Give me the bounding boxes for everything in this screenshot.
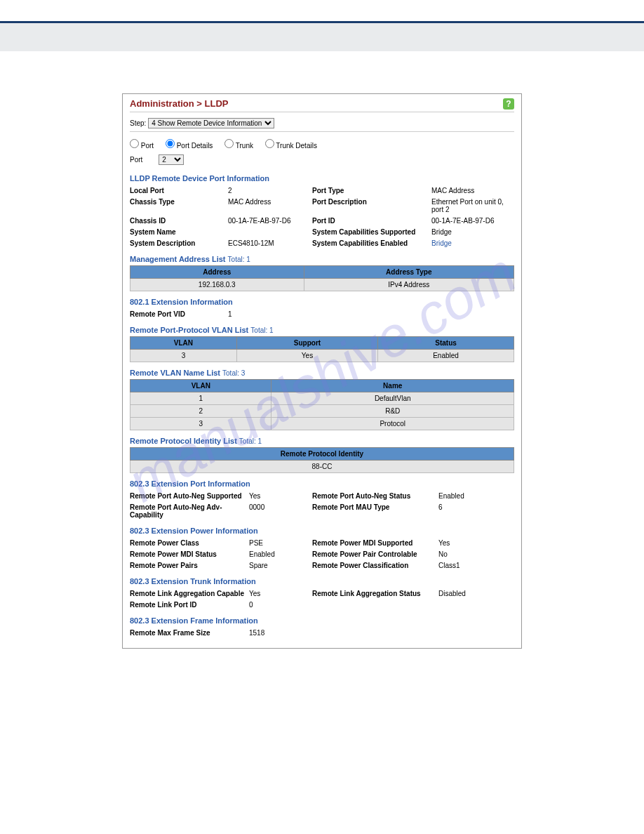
port-label: Port — [130, 156, 142, 164]
section-proto-id-title: Remote Protocol Identity List Total: 1 — [130, 433, 514, 447]
table-header: VLAN — [130, 380, 271, 392]
table-header: Address — [130, 266, 304, 279]
section-8023-power-title: 802.3 Extension Power Information — [130, 523, 514, 537]
field-label: Chassis ID — [130, 217, 228, 225]
help-icon[interactable]: ? — [503, 98, 514, 110]
field-value — [438, 601, 495, 609]
field-value: Yes — [249, 492, 312, 500]
remote-max-frame-value: 1518 — [249, 629, 312, 637]
table-header: Support — [236, 337, 377, 350]
mgmt-addr-table: AddressAddress Type192.168.0.3IPv4 Addre… — [130, 265, 514, 291]
port-select[interactable]: 2 — [159, 154, 184, 165]
section-port-proto-vlan-title: Remote Port-Protocol VLAN List Total: 1 — [130, 322, 514, 336]
radio-trunk[interactable]: Trunk — [224, 142, 253, 150]
remote-port-vid-label: Remote Port VID — [130, 310, 228, 318]
field-value: 0 — [249, 601, 312, 609]
field-value: Spare — [249, 562, 312, 569]
section-8023-frame-title: 802.3 Extension Frame Information — [130, 613, 514, 627]
table-cell: 192.168.0.3 — [130, 279, 304, 291]
field-label: Remote Port MAU Type — [312, 503, 438, 519]
radio-port-details[interactable]: Port Details — [166, 142, 213, 150]
field-label: Remote Link Aggregation Capable — [130, 590, 249, 597]
field-label: System Capabilities Supported — [312, 228, 431, 236]
step-label: Step: — [130, 119, 146, 127]
field-value: 0000 — [249, 503, 312, 519]
radio-port[interactable]: Port — [130, 142, 154, 150]
breadcrumb: Administration > LLDP ? — [130, 98, 514, 112]
port-row: Port 2 — [130, 152, 514, 171]
field-label: Chassis Type — [130, 198, 228, 213]
field-label: Remote Link Aggregation Status — [312, 590, 438, 597]
field-label: Remote Port Auto-Neg Adv-Capability — [130, 503, 249, 519]
field-label: System Name — [130, 228, 228, 236]
field-value: 2 — [228, 187, 312, 194]
breadcrumb-text: Administration > LLDP — [130, 98, 228, 109]
table-cell: R&D — [271, 405, 514, 418]
field-value: Enabled — [438, 492, 495, 500]
field-value: Yes — [438, 539, 495, 547]
table-cell: 3 — [130, 350, 237, 362]
field-label: Remote Power Pairs — [130, 562, 249, 569]
field-label: System Capabilities Enabled — [312, 239, 431, 247]
field-label: Remote Power Pair Controlable — [312, 550, 438, 558]
ext-8023-port-grid: Remote Port Auto-Neg SupportedYesRemote … — [130, 490, 514, 523]
table-row: 3Protocol — [130, 418, 514, 430]
section-vlan-name-title: Remote VLAN Name List Total: 3 — [130, 365, 514, 379]
field-value: Disabled — [438, 590, 495, 597]
table-cell: IPv4 Address — [304, 279, 514, 291]
field-value: 6 — [438, 503, 495, 519]
field-value: Class1 — [438, 562, 495, 569]
table-header: Address Type — [304, 266, 514, 279]
field-label: Remote Power MDI Status — [130, 550, 249, 558]
table-row: 3YesEnabled — [130, 350, 514, 362]
remote-max-frame-label: Remote Max Frame Size — [130, 629, 249, 637]
field-label: Remote Power Classification — [312, 562, 438, 569]
step-select[interactable]: 4 Show Remote Device Information — [148, 118, 274, 128]
table-header: Remote Protocol Identity — [130, 448, 514, 461]
table-cell: 88-CC — [130, 461, 514, 473]
table-cell: 3 — [130, 418, 271, 430]
remote-port-vid-value: 1 — [228, 310, 312, 318]
table-header: Status — [378, 337, 514, 350]
page-header-bar — [0, 23, 644, 51]
section-remote-port-title: LLDP Remote Device Port Information — [130, 171, 514, 185]
field-value: 00-1A-7E-AB-97-D6 — [228, 217, 312, 225]
field-label: Port ID — [312, 217, 431, 225]
view-radio-group: Port Port Details Trunk Trunk Details — [130, 136, 514, 152]
section-mgmt-addr-title: Management Address List Total: 1 — [130, 251, 514, 265]
port-proto-vlan-table: VLANSupportStatus3YesEnabled — [130, 336, 514, 362]
field-value: Bridge — [431, 228, 516, 236]
field-label: Local Port — [130, 187, 228, 194]
field-value: Ethernet Port on unit 0, port 2 — [431, 198, 516, 213]
ext-8023-trunk-grid: Remote Link Aggregation CapableYesRemote… — [130, 588, 514, 613]
table-cell: DefaultVlan — [271, 392, 514, 405]
section-8023-trunk-title: 802.3 Extension Trunk Information — [130, 574, 514, 588]
radio-trunk-details[interactable]: Trunk Details — [265, 142, 317, 150]
field-label: Remote Power MDI Supported — [312, 539, 438, 547]
table-cell: Yes — [236, 350, 377, 362]
vlan-name-table: VLANName1DefaultVlan2R&D3Protocol — [130, 379, 514, 430]
ext-8023-frame-grid: Remote Max Frame Size 1518 — [130, 627, 514, 641]
table-header: VLAN — [130, 337, 237, 350]
ext-8021-grid: Remote Port VID 1 — [130, 308, 514, 322]
field-label: Remote Link Port ID — [130, 601, 249, 609]
field-value: MAC Address — [228, 198, 312, 213]
field-value: Yes — [249, 590, 312, 597]
field-label: System Description — [130, 239, 228, 247]
table-cell: Protocol — [271, 418, 514, 430]
field-label: Remote Power Class — [130, 539, 249, 547]
proto-id-table: Remote Protocol Identity88-CC — [130, 447, 514, 473]
field-value: Bridge — [431, 239, 516, 247]
table-row: 88-CC — [130, 461, 514, 473]
field-label: Port Description — [312, 198, 431, 213]
remote-port-grid: Local Port2Port TypeMAC AddressChassis T… — [130, 185, 514, 251]
field-label: Remote Port Auto-Neg Supported — [130, 492, 249, 500]
table-row: 1DefaultVlan — [130, 392, 514, 405]
ext-8023-power-grid: Remote Power ClassPSERemote Power MDI Su… — [130, 537, 514, 574]
table-row: 2R&D — [130, 405, 514, 418]
section-8023-port-title: 802.3 Extension Port Information — [130, 476, 514, 490]
table-header: Name — [271, 380, 514, 392]
field-label: Port Type — [312, 187, 431, 194]
field-value: 00-1A-7E-AB-97-D6 — [431, 217, 516, 225]
field-value: ECS4810-12M — [228, 239, 312, 247]
